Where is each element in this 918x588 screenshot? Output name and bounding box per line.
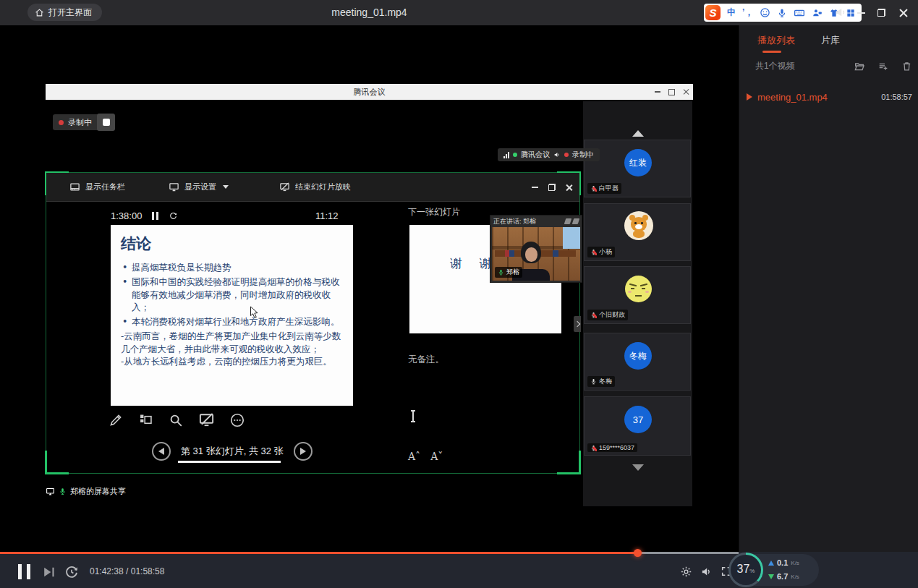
mic-muted-icon	[590, 249, 597, 255]
now-playing-icon	[747, 93, 752, 101]
keyboard-icon[interactable]	[794, 7, 805, 19]
minimize-button[interactable]	[851, 0, 871, 25]
volume-percent-value: 37	[737, 563, 750, 575]
participant-name-tag: 个旧财政	[587, 310, 628, 320]
share-corner-icon	[557, 451, 581, 474]
ime-pin-icon[interactable]	[833, 6, 846, 19]
pause-button[interactable]	[18, 564, 30, 579]
screen-share-label: 郑榕的屏幕共享	[46, 486, 126, 497]
slide-canvas: 结论 提高烟草税负是长期趋势 国际和中国的实践经验都证明提高烟草的价格与税收能够…	[111, 225, 353, 406]
next-icon	[300, 448, 306, 455]
download-arrow-icon	[768, 574, 774, 579]
tab-playlist[interactable]: 播放列表	[757, 34, 795, 53]
speaking-label: 正在讲话: 郑榕	[493, 217, 536, 226]
slide-line: -从地方长远利益考虑，云南的控烟压力将更为艰巨。	[121, 355, 343, 367]
participant-name: 冬梅	[599, 377, 612, 386]
slideshow-timer: 1:38:00	[111, 210, 178, 221]
playlist-item-duration: 01:58:57	[881, 93, 912, 101]
video-player-app: 打开主界面 meeting_01.mp4 S 中 ’， 腾讯会议	[0, 0, 918, 588]
status-recording-label: 录制中	[572, 150, 594, 160]
ime-punctuation-toggle[interactable]: ’，	[742, 4, 753, 22]
tab-library[interactable]: 片库	[821, 34, 840, 53]
meeting-status-pill: 腾讯会议 录制中	[498, 148, 600, 161]
participants-panel: 红装 白甲器 小杨	[583, 101, 692, 506]
online-dot-icon	[513, 153, 517, 157]
settings-button[interactable]	[680, 566, 692, 578]
add-to-playlist-icon[interactable]	[877, 61, 889, 72]
display-settings-label: 显示设置	[184, 182, 216, 192]
slide-bullet: 国际和中国的实践经验都证明提高烟草的价格与税收能够有效地减少烟草消费，同时增加政…	[121, 276, 343, 313]
timer-value: 1:38:00	[111, 210, 142, 221]
more-options-icon	[229, 412, 245, 428]
progress-fill	[0, 552, 637, 554]
pin-icon	[572, 218, 580, 224]
notes-font-buttons: Aˆ Aˇ	[408, 451, 443, 462]
signal-icon	[503, 152, 509, 158]
meeting-window-titlebar: 腾讯会议	[46, 84, 693, 100]
participant-name-tag: 159****6037	[587, 443, 637, 452]
video-area[interactable]: 腾讯会议 录制中 腾讯会议 录制中	[0, 25, 739, 552]
window-title: meeting_01.mp4	[0, 0, 739, 25]
active-tab-underline	[762, 51, 781, 53]
video-count-label: 共1个视频	[755, 60, 795, 72]
shared-screen-region: 显示任务栏 显示设置 结束幻灯片放映 1:	[46, 172, 580, 474]
participant-name: 159****6037	[599, 444, 634, 451]
account-icon[interactable]	[812, 7, 823, 18]
speaker-name-tag: 郑榕	[495, 267, 522, 278]
display-icon	[169, 182, 179, 192]
status-app-name: 腾讯会议	[521, 150, 550, 160]
slide-counter: 第 31 张幻灯片, 共 32 张	[181, 445, 284, 458]
upload-speed-value: 0.1	[777, 558, 788, 567]
slide-bullet: 本轮消费税将对烟草行业和地方政府产生深远影响。	[121, 315, 343, 328]
slide-title: 结论	[121, 234, 343, 254]
notes-placeholder: 无备注。	[408, 354, 444, 366]
next-video-button[interactable]	[41, 565, 56, 579]
seek-handle[interactable]	[634, 549, 642, 557]
recording-dot-icon	[59, 120, 64, 125]
playlist-item-name: meeting_01.mp4	[757, 92, 881, 103]
replay-mode-button[interactable]	[64, 564, 80, 580]
titlebar: 打开主界面 meeting_01.mp4 S 中 ’，	[0, 0, 918, 25]
avatar: 冬梅	[624, 342, 652, 370]
speed-unit: K/s	[791, 574, 799, 580]
restore-button[interactable]	[871, 0, 891, 25]
taskbar-icon	[69, 182, 80, 192]
volume-percent-unit: %	[749, 568, 755, 574]
emoji-avatar	[625, 276, 652, 302]
avatar: 37	[624, 406, 652, 433]
meeting-minimize-icon	[655, 91, 660, 93]
slide-counter-underline	[178, 461, 281, 463]
trash-icon[interactable]	[901, 61, 912, 72]
close-button[interactable]	[893, 0, 914, 25]
next-slide-label: 下一张幻灯片	[408, 206, 460, 218]
status-recording-dot-icon	[564, 153, 569, 157]
ime-language-toggle[interactable]: 中	[727, 4, 736, 22]
participant-name-tag: 小杨	[587, 247, 615, 257]
emoji-icon[interactable]	[760, 7, 770, 18]
scroll-down-icon	[632, 464, 644, 471]
open-folder-icon[interactable]	[854, 61, 865, 72]
playlist-item[interactable]: meeting_01.mp4 01:58:57	[739, 86, 918, 108]
stop-recording-button	[97, 114, 115, 131]
share-corner-icon	[45, 451, 69, 474]
end-slideshow-icon	[279, 182, 290, 192]
speaker-name: 郑榕	[506, 268, 519, 277]
volume-percent-ring[interactable]: 37 %	[728, 553, 763, 587]
seekbar[interactable]	[0, 552, 739, 554]
participant-tile: 小杨	[584, 203, 691, 261]
end-slideshow-button: 结束幻灯片放映	[279, 182, 351, 192]
slide-bullet: 提高烟草税负是长期趋势	[121, 261, 343, 273]
clock-display: 11:12	[315, 210, 339, 221]
voice-input-icon[interactable]	[777, 8, 787, 18]
restart-timer-icon	[169, 211, 178, 221]
end-slideshow-label: 结束幻灯片放映	[295, 182, 351, 192]
stop-icon	[103, 119, 110, 126]
speaker-video-header: 正在讲话: 郑榕	[490, 216, 582, 227]
participant-name: 小杨	[599, 247, 612, 257]
sogou-logo-icon[interactable]: S	[705, 5, 721, 20]
share-close-icon	[566, 184, 572, 191]
speaker-video-frame: 郑榕	[492, 227, 580, 281]
previous-slide-button	[152, 442, 171, 461]
participant-name: 白甲器	[599, 184, 619, 193]
volume-button[interactable]	[700, 566, 713, 578]
